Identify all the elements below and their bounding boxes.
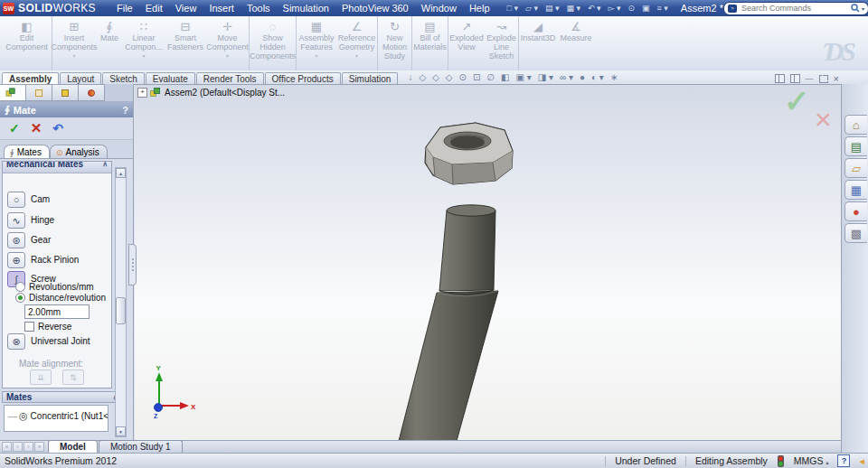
task-pane-tab-icon[interactable]: ⌂: [844, 115, 867, 135]
menu-item[interactable]: Window: [415, 2, 463, 14]
view-tool-icon[interactable]: ◇: [446, 72, 453, 82]
command-button[interactable]: ⊟ Smart Fasteners ▾: [165, 16, 206, 70]
status-help-icon[interactable]: ?: [837, 454, 850, 467]
command-button[interactable]: ∷ Linear Compon... ▾: [123, 16, 165, 70]
mate-type-button[interactable]: ⊛: [7, 232, 25, 248]
tab-dimxpert-manager[interactable]: [79, 84, 105, 101]
task-pane-tab-icon[interactable]: ▩: [844, 223, 867, 243]
ribbon-tab[interactable]: Assembly: [2, 72, 59, 84]
ribbon-tab[interactable]: Sketch: [102, 72, 145, 84]
last-tab-icon[interactable]: »: [34, 442, 44, 452]
task-pane-tab-icon[interactable]: ●: [844, 201, 867, 221]
revolutions-radio[interactable]: [15, 282, 25, 292]
doc-minimize-button[interactable]: —: [806, 74, 814, 83]
view-tool-icon[interactable]: ◇: [419, 72, 426, 82]
scrollbar-thumb[interactable]: [116, 297, 126, 324]
first-tab-icon[interactable]: «: [2, 442, 12, 452]
command-button[interactable]: ◌ Show Hidden Components ▾: [250, 16, 297, 70]
search-dropdown-icon[interactable]: ▾: [862, 5, 864, 12]
mate-type-button[interactable]: ○: [7, 192, 25, 208]
command-button[interactable]: ∡ Measure ▾: [557, 16, 595, 70]
view-tool-icon[interactable]: ∞ ▾: [560, 72, 573, 82]
menu-item[interactable]: Simulation: [277, 2, 335, 14]
ribbon-tab[interactable]: Layout: [60, 72, 101, 84]
menu-item[interactable]: File: [110, 2, 139, 14]
next-tab-icon[interactable]: ›: [24, 442, 33, 452]
view-tool-icon[interactable]: ∗: [610, 72, 618, 82]
doc-close-button[interactable]: ×: [834, 73, 839, 84]
mate-type-button[interactable]: ⊕: [7, 252, 25, 268]
menu-item[interactable]: PhotoView 360: [335, 2, 415, 14]
tab-analysis[interactable]: ⊙ Analysis: [50, 145, 108, 158]
view-tool-icon[interactable]: ◧: [501, 72, 509, 82]
mate-list-item[interactable]: — ◎ Concentric1 (Nut1<1: [5, 410, 108, 422]
collapse-icon[interactable]: ∧: [102, 162, 108, 168]
anti-aligned-button[interactable]: ⇅: [62, 370, 84, 385]
quick-access-icon[interactable]: ↶ ▾: [584, 4, 605, 13]
quick-access-icon[interactable]: □ ▾: [504, 4, 522, 13]
split-view2-icon[interactable]: [790, 74, 800, 83]
search-commands-box[interactable]: > ▾: [723, 2, 868, 15]
ribbon-tab[interactable]: Evaluate: [146, 72, 195, 84]
ribbon-tab[interactable]: Render Tools: [196, 72, 264, 84]
panel-scrollbar[interactable]: ▲ ▼: [115, 167, 127, 437]
menu-item[interactable]: Tools: [241, 2, 277, 14]
task-pane-tab-icon[interactable]: ▤: [844, 136, 867, 156]
view-tool-icon[interactable]: ▣ ▾: [515, 72, 531, 82]
revolutions-radio-row[interactable]: Revolutions/mm: [15, 282, 94, 292]
graphics-viewport[interactable]: Y X Z + Assem2 (Default<Display St... ✓ …: [135, 84, 841, 440]
command-button[interactable]: ◢ Instant3D ▾: [519, 16, 557, 70]
reverse-checkbox-row[interactable]: Reverse: [24, 322, 71, 332]
view-tool-icon[interactable]: ●: [580, 72, 585, 82]
scroll-down-icon[interactable]: ▼: [116, 426, 126, 436]
menu-item[interactable]: View: [169, 2, 203, 14]
view-tool-icon[interactable]: ◨ ▾: [538, 72, 553, 82]
command-button[interactable]: ↝ Explode Line Sketch ▾: [485, 16, 519, 70]
view-tool-icon[interactable]: ⊡: [473, 72, 480, 82]
confirmation-cancel-icon[interactable]: ×: [815, 105, 832, 134]
mates-section-header[interactable]: Mates ∧∧: [2, 391, 125, 403]
menu-item[interactable]: Help: [463, 2, 496, 14]
search-icon[interactable]: [851, 4, 860, 13]
reverse-checkbox[interactable]: [24, 322, 34, 332]
tab-configuration-manager[interactable]: [52, 84, 79, 101]
ok-button[interactable]: ✓: [9, 121, 20, 136]
scroll-up-icon[interactable]: ▲: [116, 168, 126, 178]
units-selector[interactable]: MMGS ▴: [794, 455, 829, 466]
ribbon-tab[interactable]: Simulation: [342, 72, 399, 84]
quick-access-icon[interactable]: ▱ ▾: [522, 4, 542, 13]
confirmation-ok-icon[interactable]: ✓: [784, 83, 810, 119]
panel-splitter-handle[interactable]: [128, 244, 137, 285]
ribbon-tab[interactable]: Office Products: [265, 72, 341, 84]
quick-access-icon[interactable]: ▤ ▾: [542, 4, 563, 13]
tab-mates[interactable]: ∮ Mates: [4, 145, 50, 158]
tab-feature-manager[interactable]: [0, 84, 26, 101]
command-button[interactable]: ▦ Assembly Features ▾: [297, 16, 336, 70]
command-button[interactable]: ✛ Move Component ▾: [206, 16, 250, 70]
menu-item[interactable]: Edit: [139, 2, 169, 14]
pm-help-icon[interactable]: ?: [122, 105, 128, 116]
mechanical-mates-header[interactable]: Mechanical Mates ∧: [3, 162, 111, 173]
view-tool-icon[interactable]: ↓: [408, 72, 412, 82]
hex-nut[interactable]: [425, 123, 513, 184]
command-button[interactable]: ↗ Exploded View ▾: [448, 16, 485, 70]
expand-icon[interactable]: +: [137, 88, 147, 98]
tab-property-manager[interactable]: [26, 84, 52, 101]
task-pane-tab-icon[interactable]: ▱: [844, 158, 867, 178]
quick-access-icon[interactable]: ▻ ▾: [605, 4, 625, 13]
command-button[interactable]: ↻ New Motion Study ▾: [378, 16, 412, 70]
quick-access-icon[interactable]: ⊙: [625, 4, 639, 13]
quick-tips-icon[interactable]: ◂: [859, 455, 864, 467]
tab-motion-study[interactable]: Motion Study 1: [99, 440, 183, 453]
distance-radio-row[interactable]: Distance/revolution: [15, 293, 106, 303]
quick-access-icon[interactable]: ▦ ▾: [562, 4, 584, 13]
view-tool-icon[interactable]: ⊙: [459, 72, 467, 82]
aligned-button[interactable]: ⇊: [30, 370, 52, 385]
view-tool-icon[interactable]: ◇: [432, 72, 439, 82]
undo-button[interactable]: ↶: [52, 121, 63, 136]
split-view-icon[interactable]: [775, 74, 785, 83]
menu-item[interactable]: Insert: [203, 2, 241, 14]
command-button[interactable]: ⊞ Insert Components ▾: [52, 16, 96, 70]
prev-tab-icon[interactable]: ‹: [13, 442, 23, 452]
quick-access-icon[interactable]: ≡ ▾: [654, 4, 672, 13]
